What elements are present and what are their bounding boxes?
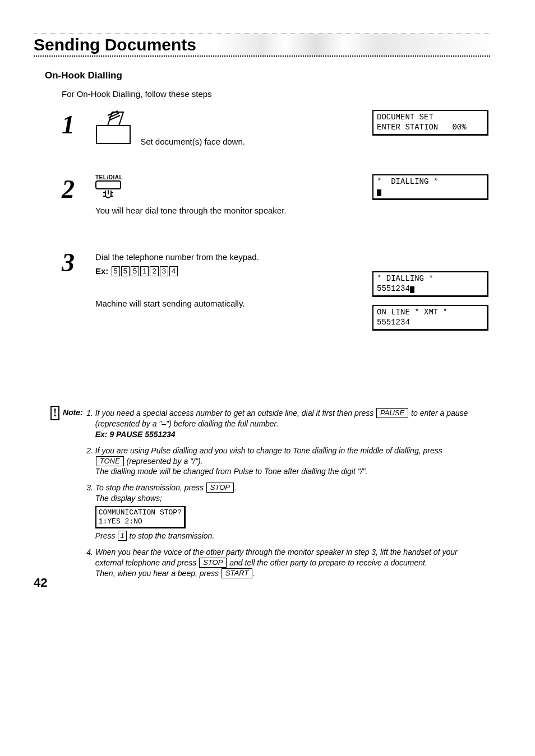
step-text: Set document(s) face down. [140,137,245,146]
step-body: Dial the telephone number from the keypa… [95,248,372,313]
lcd-line: * DIALLING * [377,177,438,186]
svg-rect-0 [96,126,130,143]
keycap-digit: 1 [118,531,126,541]
note-item: If you are using Pulse dialling and you … [95,446,473,477]
step-text: Machine will start sending automatically… [95,299,372,308]
note-example: Ex: 9 PAUSE 5551234 [95,430,176,439]
lcd-display: COMMUNICATION STOP? 1:YES 2:NO [95,506,186,528]
note-item: When you hear the voice of the other par… [95,547,473,579]
step-body: Set document(s) face down. [95,110,372,146]
lcd-display: ON LINE * XMT * 5551234 [372,305,488,331]
lcd-line: * DIALLING * [377,274,433,283]
document-tray-icon [95,110,135,146]
note-item: To stop the transmission, press STOP. Th… [95,483,473,541]
lcd-cursor [377,189,381,196]
lcd-line: ON LINE * XMT * [377,308,448,317]
note-item: If you need a special access number to g… [95,408,473,440]
chapter-title: Sending Documents [34,34,490,57]
note-text: To stop the transmission, press [95,483,206,492]
note-text: The dialling mode will be changed from P… [95,467,368,476]
note-text: If you are using Pulse dialling and you … [95,446,442,455]
page-number: 42 [34,576,47,590]
note-text: If you need a special access number to g… [95,409,376,418]
step-number: 2 [62,174,95,202]
example-label: Ex: [95,266,108,276]
lcd-display: DOCUMENT SET ENTER STATION 00% [372,110,488,136]
note-list: If you need a special access number to g… [85,408,473,585]
note-text: Then, when you hear a beep, press [95,569,221,578]
section-heading: On-Hook Dialling [45,70,490,81]
step-3: 3 Dial the telephone number from the key… [62,248,490,338]
keycap-digit: 2 [150,266,158,276]
keycap-stop: STOP [199,558,227,568]
note-text: . [253,569,255,578]
svg-rect-1 [96,181,121,189]
keycap-digit: 5 [131,266,139,276]
lcd-line: ENTER STATION 00% [377,123,467,132]
intro-text: For On-Hook Dialling, follow these steps [62,89,490,99]
keycap-stop: STOP [206,483,234,493]
note-text: Press [95,531,118,540]
step-text: You will hear dial tone through the moni… [95,206,372,215]
lcd-display: * DIALLING * 5551234 [372,271,488,297]
note-text: to stop the transmission. [127,531,215,540]
note-label: Note: [63,408,83,417]
keycap-digit: 4 [169,266,178,276]
teldial-label: TEL/DIAL [95,174,372,180]
step-1: 1 Set document(s) face down. DOCUMENT SE… [62,110,490,146]
lcd-line: 5551234 [377,284,410,293]
step-body: TEL/DIAL You will hear dial tone through… [95,174,372,220]
lcd-display: * DIALLING * [372,174,488,200]
note-text: . [234,483,237,492]
step-2: 2 TEL/DIAL You will hear dial tone throu… [62,174,490,220]
keycap-tone: TONE [96,456,124,466]
step-number: 3 [62,248,95,276]
keycap-digit: 5 [112,266,120,276]
teldial-button-icon [95,180,126,200]
note-block: ! Note: If you need a special access num… [50,406,473,585]
lcd-cursor [410,286,414,293]
keycap-start: START [222,568,252,578]
keycap-digit: 3 [160,266,168,276]
note-icon: ! [50,406,59,420]
lcd-line: 5551234 [377,318,410,327]
keycap-digit: 5 [121,266,130,276]
note-text: (represented by a "/"). [124,457,203,466]
step-text: Dial the telephone number from the keypa… [95,252,372,262]
note-text: and tell the other party to prepare to r… [227,558,427,567]
note-text: The display shows; [95,494,162,503]
step-number: 1 [62,110,95,138]
keycap-digit: 1 [140,266,149,276]
chapter-title-text: Sending Documents [34,35,196,54]
keycap-pause: PAUSE [376,408,408,418]
lcd-line: DOCUMENT SET [377,113,433,122]
